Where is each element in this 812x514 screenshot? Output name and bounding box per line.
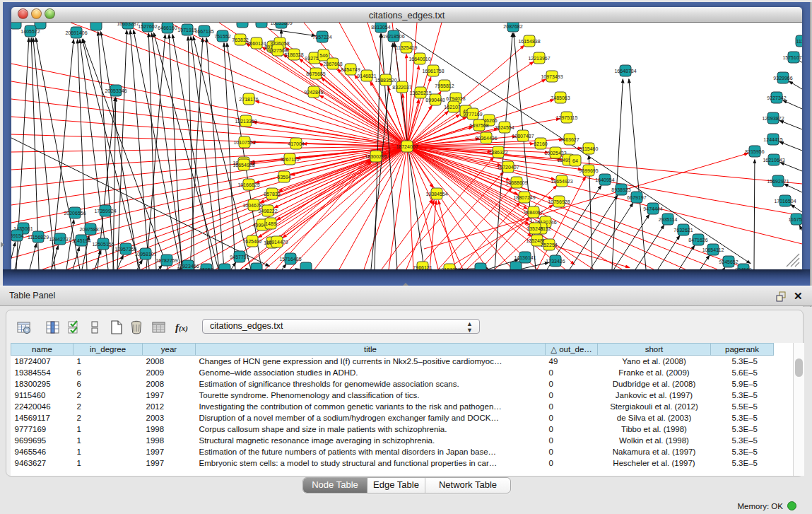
svg-text:1667135: 1667135 xyxy=(194,29,213,34)
svg-text:8938923: 8938923 xyxy=(611,187,630,192)
svg-text:2718176: 2718176 xyxy=(239,97,258,102)
svg-text:10187381: 10187381 xyxy=(438,267,460,270)
svg-text:6794028: 6794028 xyxy=(446,96,465,101)
svg-text:116753: 116753 xyxy=(789,217,802,222)
svg-text:3267110: 3267110 xyxy=(281,157,300,162)
svg-text:18807249: 18807249 xyxy=(513,195,535,200)
svg-text:19384554: 19384554 xyxy=(425,192,447,197)
svg-text:8675685: 8675685 xyxy=(306,71,325,76)
svg-text:14136141: 14136141 xyxy=(514,255,536,260)
svg-text:1733426: 1733426 xyxy=(546,259,565,264)
svg-text:64: 64 xyxy=(572,158,578,163)
svg-text:15720407: 15720407 xyxy=(497,165,519,170)
svg-text:2935114: 2935114 xyxy=(659,217,678,222)
svg-text:12923466: 12923466 xyxy=(177,264,199,269)
svg-text:10653287: 10653287 xyxy=(117,23,139,26)
svg-text:10046788: 10046788 xyxy=(242,203,264,208)
svg-text:1527602: 1527602 xyxy=(138,24,157,29)
svg-text:16154838: 16154838 xyxy=(518,39,540,44)
svg-text:16640910: 16640910 xyxy=(408,57,430,62)
svg-text:7386322: 7386322 xyxy=(488,150,507,155)
svg-text:6466160: 6466160 xyxy=(158,25,177,30)
svg-text:9115460: 9115460 xyxy=(579,146,599,151)
svg-text:20206556: 20206556 xyxy=(64,211,86,216)
svg-text:39154: 39154 xyxy=(11,233,24,238)
svg-text:12093872: 12093872 xyxy=(762,116,784,121)
svg-text:7966121: 7966121 xyxy=(413,265,432,270)
svg-text:10973493: 10973493 xyxy=(541,74,563,79)
svg-text:16648784: 16648784 xyxy=(614,69,636,74)
svg-text:16961758: 16961758 xyxy=(422,69,444,74)
svg-text:3498222: 3498222 xyxy=(258,209,277,214)
svg-text:8813054: 8813054 xyxy=(371,25,390,30)
svg-text:18300295: 18300295 xyxy=(365,154,387,159)
svg-text:10958107: 10958107 xyxy=(134,252,156,257)
svg-text:7625402: 7625402 xyxy=(242,239,261,244)
svg-text:8471626: 8471626 xyxy=(688,238,707,243)
svg-text:8990448: 8990448 xyxy=(425,98,445,103)
svg-text:9463627: 9463627 xyxy=(560,137,579,142)
svg-text:16033809: 16033809 xyxy=(270,23,292,25)
svg-text:9474444: 9474444 xyxy=(643,206,662,211)
svg-text:6497568: 6497568 xyxy=(469,123,488,128)
svg-text:95052: 95052 xyxy=(199,267,213,270)
svg-text:8322037: 8322037 xyxy=(392,85,411,90)
svg-text:763822: 763822 xyxy=(232,37,248,42)
svg-text:19218506: 19218506 xyxy=(382,34,404,39)
svg-text:9146821: 9146821 xyxy=(357,74,376,78)
svg-text:857833: 857833 xyxy=(264,192,280,197)
svg-text:924560: 924560 xyxy=(735,267,751,270)
svg-text:12942737: 12942737 xyxy=(49,237,71,242)
svg-text:9777169: 9777169 xyxy=(463,112,482,117)
svg-text:18724007: 18724007 xyxy=(396,144,418,149)
svg-text:9699695: 9699695 xyxy=(579,168,598,173)
svg-text:15883520: 15883520 xyxy=(375,78,396,83)
svg-text:53594: 53594 xyxy=(277,175,291,180)
svg-text:252254: 252254 xyxy=(541,243,557,247)
svg-text:751552: 751552 xyxy=(214,34,230,39)
svg-text:1640954: 1640954 xyxy=(595,177,614,182)
svg-text:16654928: 16654928 xyxy=(233,163,254,168)
svg-text:7357224: 7357224 xyxy=(312,35,331,40)
svg-text:20975887: 20975887 xyxy=(79,227,101,232)
svg-text:1244415: 1244415 xyxy=(763,137,782,142)
svg-text:2867608: 2867608 xyxy=(323,62,342,66)
svg-text:9245652: 9245652 xyxy=(719,259,738,264)
svg-text:7632621: 7632621 xyxy=(673,228,693,233)
svg-text:9242848: 9242848 xyxy=(304,90,323,95)
svg-text:6679197: 6679197 xyxy=(627,195,646,200)
svg-text:16210643: 16210643 xyxy=(763,158,784,163)
svg-text:12505155: 12505155 xyxy=(92,242,114,247)
svg-text:7485063: 7485063 xyxy=(551,95,570,100)
svg-text:8454749: 8454749 xyxy=(341,67,360,72)
svg-text:1117: 1117 xyxy=(796,39,802,44)
svg-text:8660124: 8660124 xyxy=(247,41,266,46)
svg-text:8186328: 8186328 xyxy=(284,52,303,57)
svg-text:20691406: 20691406 xyxy=(65,30,87,35)
svg-text:13626215: 13626215 xyxy=(409,90,431,95)
svg-text:10107553: 10107553 xyxy=(233,140,255,145)
svg-text:9227342: 9227342 xyxy=(767,95,786,100)
svg-text:10654112: 10654112 xyxy=(702,247,724,252)
svg-text:9457791: 9457791 xyxy=(230,255,249,259)
svg-text:1489: 1489 xyxy=(265,221,276,226)
svg-text:17359924: 17359924 xyxy=(94,209,116,214)
svg-text:1145194: 1145194 xyxy=(72,238,91,243)
svg-text:17016504: 17016504 xyxy=(774,199,796,204)
svg-text:12213967: 12213967 xyxy=(528,56,550,61)
svg-text:546: 546 xyxy=(319,53,328,58)
svg-text:15692971: 15692971 xyxy=(767,179,789,184)
svg-text:3624554: 3624554 xyxy=(495,125,514,130)
svg-text:19166825: 19166825 xyxy=(237,182,259,187)
svg-text:10688609: 10688609 xyxy=(505,180,527,185)
svg-text:17957255: 17957255 xyxy=(114,247,136,252)
svg-text:15751074: 15751074 xyxy=(782,55,802,60)
svg-text:16914479: 16914479 xyxy=(266,240,288,245)
svg-text:9329966: 9329966 xyxy=(773,76,792,81)
svg-text:16782759: 16782759 xyxy=(155,258,177,263)
svg-text:1405572: 1405572 xyxy=(20,29,40,34)
svg-text:9084067: 9084067 xyxy=(524,210,543,215)
svg-text:20364436: 20364436 xyxy=(475,136,497,141)
svg-text:20053346: 20053346 xyxy=(105,88,126,93)
svg-text:8215956: 8215956 xyxy=(745,149,764,154)
